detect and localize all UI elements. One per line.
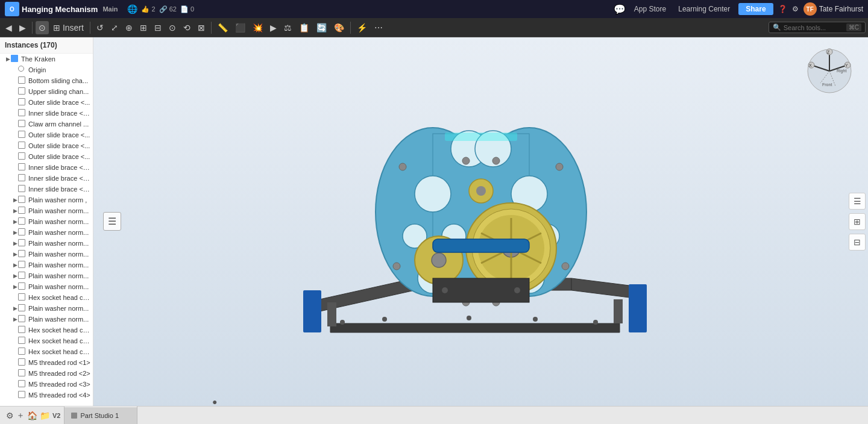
transform-button[interactable]: ⊕ [122,21,136,34]
sidebar-item-plain-washer-norm-11[interactable]: ▶Plain washer norm... [0,314,93,325]
app-store-link[interactable]: App Store [631,4,670,14]
svg-text:Front: Front [822,83,832,87]
linear-pattern-button[interactable]: ⊟ [151,21,165,34]
sidebar-item-plain-washer-norm-6[interactable]: ▶Plain washer norm... [0,249,93,260]
bottom-add-icon[interactable]: ＋ [16,410,25,421]
bottom-version-label[interactable]: V2 [52,412,60,419]
sidebar-item-m5-threaded-rod-4[interactable]: M5 threaded rod <4> [0,390,93,401]
bottom-home-icon[interactable]: 🏠 [27,411,37,420]
sidebar-item-label-outer-slide-brace-2: Outer slide brace <... [28,131,90,139]
sidebar-item-hex-socket-head-ca-4[interactable]: Hex socket head ca... [0,346,93,357]
simulation-button[interactable]: ⚡ [354,21,370,34]
learning-center-link[interactable]: Learning Center [675,4,734,14]
globe-icon[interactable]: 🌐 [127,4,137,14]
item-icon-m5-threaded-rod-4 [18,391,27,399]
sidebar-item-label-hex-socket-head-ca-2: Hex socket head ca... [28,326,90,334]
sidebar-item-label-plain-washer-norm-2: Plain washer norm... [28,207,89,214]
sidebar-item-m5-threaded-rod-2[interactable]: M5 threaded rod <2> [0,368,93,379]
replicate-button[interactable]: ⟲ [180,21,193,34]
bottom-gear-icon[interactable]: ⚙ [6,411,14,420]
separator-1 [32,22,33,34]
list-overlay-button[interactable]: ☰ [103,212,121,231]
sidebar-item-plain-washer-norm-2[interactable]: ▶Plain washer norm... [0,205,93,216]
sidebar-item-plain-washer-norm-5[interactable]: ▶Plain washer norm... [0,238,93,249]
mass-prop-button[interactable]: ⚖ [281,21,295,34]
sidebar-item-plain-washer-norm-8[interactable]: ▶Plain washer norm... [0,270,93,281]
sidebar-item-plain-washer-norm-1[interactable]: ▶Plain washer norm , [0,195,93,205]
mate-button[interactable]: ⊞ [137,21,150,34]
insert-button[interactable]: ⊞ Insert [50,21,87,34]
more-tools-button[interactable]: ⋯ [371,21,386,34]
links-count[interactable]: 🔗 62 [159,5,177,13]
sidebar-item-outer-slide-brace-2[interactable]: Outer slide brace <... [0,129,93,140]
sidebar-item-m5-threaded-rod-1[interactable]: M5 threaded rod <1> [0,357,93,368]
explode-button[interactable]: 💥 [250,21,266,34]
sidebar-item-hex-socket-head-ca-3[interactable]: Hex socket head ca... [0,335,93,346]
sidebar-item-inner-slide-brace-3[interactable]: Inner slide brace <3> [0,173,93,184]
section-view-button[interactable]: ⬛ [232,21,248,34]
svg-rect-6 [327,302,336,326]
forward-button[interactable]: ▶ [16,21,29,34]
main-area: Instances (170) ▶The KrakenOriginBottom … [0,37,868,406]
search-input[interactable] [784,24,844,31]
item-icon-plain-washer-norm-10 [18,304,27,313]
sidebar-item-outer-slide-brace-3[interactable]: Outer slide brace <... [0,140,93,151]
item-icon-plain-washer-norm-3 [18,217,27,226]
files-count[interactable]: 📄 0 [180,5,194,13]
share-button[interactable]: Share [738,3,773,15]
sidebar-item-plain-washer-norm-9[interactable]: ▶Plain washer norm... [0,281,93,292]
right-panel-btn-3[interactable]: ⊟ [849,234,866,251]
measure-button[interactable]: 📏 [215,21,231,34]
bill-of-materials-button[interactable]: 📋 [296,21,312,34]
sidebar-item-inner-slide-brace-2[interactable]: Inner slide brace <2> [0,162,93,173]
sidebar-item-label-plain-washer-norm-6: Plain washer norm... [28,251,89,258]
item-icon-claw-arm-channel [18,120,27,128]
likes-count[interactable]: 👍 2 [141,5,155,13]
sidebar-item-hex-socket-head-ca-1[interactable]: Hex socket head ca... [0,292,93,303]
svg-marker-5 [330,323,620,332]
svg-point-49 [533,317,538,322]
sidebar-item-label-m5-threaded-rod-4: M5 threaded rod <4> [28,391,90,399]
sidebar-item-origin[interactable]: Origin [0,64,93,75]
sidebar-item-bottom-sliding-cha[interactable]: Bottom sliding cha... [0,75,93,86]
boolean-button[interactable]: ⊠ [195,21,208,34]
instances-header: Instances (170) [0,37,93,54]
select-button[interactable]: ⊙ [36,21,49,34]
sidebar-item-plain-washer-norm-3[interactable]: ▶Plain washer norm... [0,216,93,227]
circular-pattern-button[interactable]: ⊙ [166,21,179,34]
svg-point-42 [442,287,448,293]
viewport[interactable]: ☰ ● [93,37,868,406]
rotate-button[interactable]: ↺ [93,21,107,34]
settings-button[interactable]: ⚙ [792,5,799,13]
chat-icon[interactable]: 💬 [614,4,626,15]
sidebar-item-claw-arm-channel[interactable]: Claw arm channel ... [0,119,93,129]
sidebar-item-label-inner-slide-brace-4: Inner slide brace <4> [28,186,90,193]
sidebar-item-m5-threaded-rod-3[interactable]: M5 threaded rod <3> [0,379,93,390]
sidebar: Instances (170) ▶The KrakenOriginBottom … [0,37,93,406]
render-button[interactable]: 🎨 [331,21,347,34]
item-icon-m5-threaded-rod-2 [18,369,27,378]
sidebar-item-upper-sliding-chan[interactable]: Upper sliding chan... [0,86,93,97]
sidebar-item-inner-slide-brace-4[interactable]: Inner slide brace <4> [0,184,93,195]
sidebar-item-the-kraken[interactable]: ▶The Kraken [0,54,93,64]
bottom-folder-icon[interactable]: 📁 [40,411,50,420]
collision-button[interactable]: 🔄 [313,21,330,34]
sidebar-item-outer-slide-brace-4[interactable]: Outer slide brace <... [0,151,93,162]
sidebar-item-hex-socket-head-ca-2[interactable]: Hex socket head ca... [0,325,93,335]
user-profile[interactable]: TF Tate Fairhurst [804,2,863,16]
right-panel-btn-2[interactable]: ⊞ [849,213,866,230]
sidebar-item-outer-slide-brace-1[interactable]: Outer slide brace <... [0,97,93,108]
help-button[interactable]: ❓ [778,5,787,13]
sidebar-item-label-inner-slide-brace-3: Inner slide brace <3> [28,175,90,182]
translate-button[interactable]: ⤢ [108,21,121,34]
sidebar-item-plain-washer-norm-7[interactable]: ▶Plain washer norm... [0,260,93,270]
tab-part-studio-1[interactable]: Part Studio 1 [64,407,137,424]
sidebar-item-plain-washer-norm-10[interactable]: ▶Plain washer norm... [0,303,93,314]
animate-button[interactable]: ▶ [267,21,280,34]
back-button[interactable]: ◀ [2,21,15,34]
separator-3 [211,22,212,34]
sidebar-item-plain-washer-norm-4[interactable]: ▶Plain washer norm... [0,227,93,238]
user-name: Tate Fairhurst [819,5,863,13]
right-panel-btn-1[interactable]: ☰ [849,193,866,210]
sidebar-item-inner-slide-brace-1[interactable]: Inner slide brace <1> [0,108,93,119]
